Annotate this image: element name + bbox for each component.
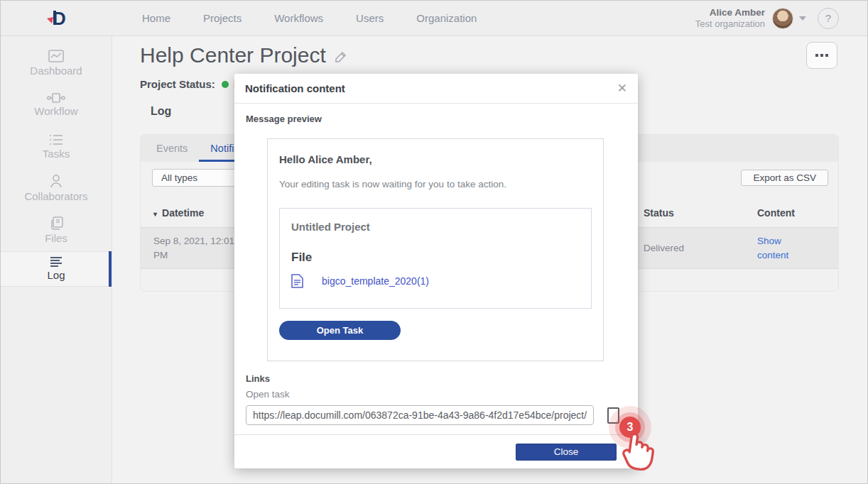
message-preview-pane: Hello Alice Amber, Your editing task is … xyxy=(267,138,604,361)
files-icon xyxy=(50,216,63,230)
type-filter-value: All types xyxy=(161,172,197,183)
main-nav: Home Projects Workflows Users Organizati… xyxy=(142,12,477,24)
nav-workflows[interactable]: Workflows xyxy=(274,12,323,24)
sidebar-item-label: Dashboard xyxy=(30,65,82,77)
documill-logo[interactable]: D xyxy=(1,7,112,30)
file-link[interactable]: bigco_template_2020(1) xyxy=(322,275,429,287)
log-icon xyxy=(50,257,63,267)
show-content-link[interactable]: Show content xyxy=(757,234,798,263)
message-preview-label: Message preview xyxy=(246,114,626,124)
modal-footer: Close xyxy=(234,434,638,468)
chevron-down-icon[interactable] xyxy=(799,16,806,21)
section-title-log: Log xyxy=(151,105,171,118)
edit-pencil-icon[interactable] xyxy=(335,50,347,63)
collaborators-icon xyxy=(50,175,63,188)
sidebar-item-dashboard[interactable]: Dashboard xyxy=(1,42,112,84)
sidebar-item-label: Workflow xyxy=(34,105,77,117)
dashboard-icon xyxy=(48,50,64,62)
modal-title: Notification content xyxy=(245,82,345,94)
nav-home[interactable]: Home xyxy=(142,12,170,24)
modal-body: Message preview Hello Alice Amber, Your … xyxy=(234,104,638,425)
column-header-content: Content xyxy=(757,207,827,219)
notification-content-modal: Notification content ✕ Message preview H… xyxy=(234,74,638,468)
copy-icon[interactable] xyxy=(607,407,619,424)
url-row xyxy=(246,405,626,425)
close-button[interactable]: Close xyxy=(516,444,617,461)
topbar: D Home Projects Workflows Users Organiza… xyxy=(1,1,867,36)
documill-logo-icon: D xyxy=(44,7,70,30)
open-task-label: Open task xyxy=(246,389,626,400)
file-row: bigco_template_2020(1) xyxy=(291,274,580,288)
sidebar-item-label: Log xyxy=(47,269,65,281)
sort-caret-down-icon: ▾ xyxy=(153,210,157,218)
project-status-label: Project Status: xyxy=(140,78,215,90)
sidebar-item-files[interactable]: Files xyxy=(1,209,112,251)
page-title-row: Help Center Project xyxy=(140,43,347,67)
user-area: Alice Amber Test organization ? xyxy=(695,7,867,29)
app-root: D Home Projects Workflows Users Organiza… xyxy=(0,0,868,484)
cell-datetime: Sep 8, 2021, 12:01 PM xyxy=(153,234,237,263)
column-header-status: Status xyxy=(644,207,757,219)
close-icon[interactable]: ✕ xyxy=(617,82,627,94)
sidebar-item-collaborators[interactable]: Collaborators xyxy=(1,167,112,209)
sidebar-item-workflow[interactable]: Workflow xyxy=(1,84,112,126)
tasks-icon xyxy=(49,134,63,145)
sidebar-item-label: Tasks xyxy=(43,148,70,160)
project-card: Untitled Project File bigco_template_202… xyxy=(279,208,592,309)
avatar[interactable] xyxy=(772,8,793,29)
project-name: Untitled Project xyxy=(291,221,580,233)
sidebar-item-log[interactable]: Log xyxy=(1,251,112,287)
more-options-button[interactable] xyxy=(806,42,837,69)
status-dot-icon xyxy=(222,81,229,88)
cell-status: Delivered xyxy=(644,243,757,253)
user-organization: Test organization xyxy=(695,18,765,29)
help-button[interactable]: ? xyxy=(818,8,839,29)
message-greeting: Hello Alice Amber, xyxy=(279,153,592,165)
user-name: Alice Amber xyxy=(695,7,765,18)
user-info: Alice Amber Test organization xyxy=(695,7,765,29)
open-task-button[interactable]: Open Task xyxy=(279,321,401,340)
sidebar-item-tasks[interactable]: Tasks xyxy=(1,126,112,167)
message-body: Your editing task is now waiting for you… xyxy=(279,179,592,189)
export-csv-button[interactable]: Export as CSV xyxy=(741,170,828,186)
modal-header: Notification content ✕ xyxy=(234,74,638,104)
tab-events[interactable]: Events xyxy=(145,135,199,162)
file-heading: File xyxy=(291,251,580,265)
links-heading: Links xyxy=(246,373,626,384)
sidebar-item-label: Collaborators xyxy=(24,190,87,202)
document-icon xyxy=(291,274,303,288)
nav-projects[interactable]: Projects xyxy=(203,12,242,24)
sidebar-item-label: Files xyxy=(45,232,67,244)
nav-users[interactable]: Users xyxy=(356,12,384,24)
nav-organization[interactable]: Organization xyxy=(416,12,477,24)
ellipsis-icon xyxy=(815,54,818,57)
open-task-url-input[interactable] xyxy=(246,405,594,425)
workflow-icon xyxy=(47,93,65,103)
sidebar: Dashboard Workflow Tasks Collaborators xyxy=(1,36,112,483)
page-title: Help Center Project xyxy=(140,43,326,67)
